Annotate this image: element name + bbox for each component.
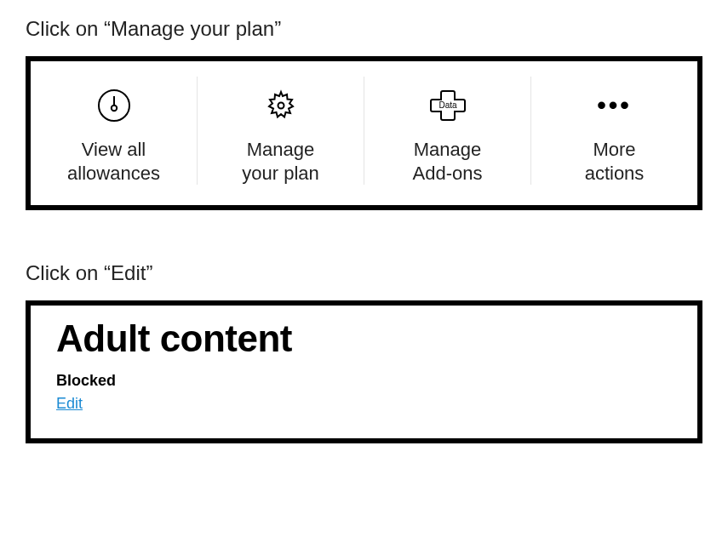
svg-point-2 (111, 106, 116, 111)
gauge-icon (95, 82, 133, 129)
label-line2: Add-ons (413, 163, 483, 184)
action-manage-add-ons[interactable]: Data Manage Add-ons (364, 77, 531, 185)
action-view-all-allowances[interactable]: View all allowances (31, 77, 198, 185)
label-line1: Manage (247, 139, 315, 160)
actions-panel: View all allowances Manage your plan (26, 56, 702, 210)
action-manage-your-plan[interactable]: Manage your plan (198, 77, 364, 185)
svg-point-3 (278, 103, 284, 109)
more-icon: ••• (597, 82, 632, 129)
label-line2: actions (585, 163, 645, 184)
instruction-step1: Click on “Manage your plan” (26, 17, 702, 41)
adult-content-panel: Adult content Blocked Edit (26, 300, 702, 443)
adult-content-title: Adult content (56, 317, 672, 360)
action-label: View all allowances (67, 138, 160, 185)
data-plus-icon: Data (426, 82, 470, 129)
label-line1: Manage (414, 139, 482, 160)
label-line2: allowances (67, 163, 160, 184)
label-line1: More (593, 139, 635, 160)
action-label: More actions (585, 138, 645, 185)
label-line2: your plan (242, 163, 319, 184)
adult-content-status: Blocked (56, 372, 672, 390)
action-label: Manage Add-ons (413, 138, 483, 185)
action-more-actions[interactable]: ••• More actions (531, 77, 697, 185)
action-label: Manage your plan (242, 138, 319, 185)
edit-link[interactable]: Edit (56, 395, 83, 413)
label-line1: View all (82, 139, 146, 160)
actions-row: View all allowances Manage your plan (31, 61, 697, 205)
gear-icon (261, 82, 301, 129)
instruction-step2: Click on “Edit” (26, 261, 702, 285)
svg-text:Data: Data (439, 100, 457, 110)
